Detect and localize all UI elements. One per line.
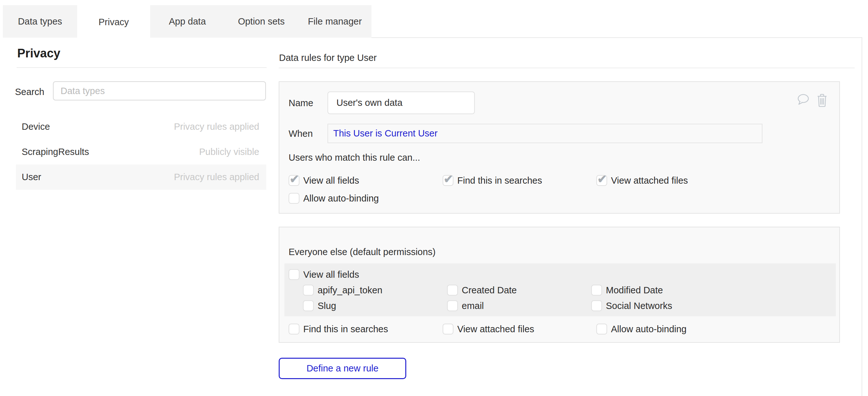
default-allow-auto-binding[interactable]: Allow auto-binding (596, 324, 687, 334)
checkbox-label: Find this in searches (457, 175, 542, 186)
perm-view-attached-files[interactable]: View attached files (596, 175, 688, 186)
checkbox[interactable] (443, 175, 454, 186)
tab-option-sets[interactable]: Option sets (224, 5, 298, 38)
checkbox-label: Allow auto-binding (611, 324, 687, 334)
rule-card-actions (797, 94, 827, 109)
tab-privacy[interactable]: Privacy (77, 5, 150, 39)
search-input[interactable] (53, 81, 266, 100)
field-slug[interactable]: Slug (303, 300, 336, 311)
list-item-device[interactable]: Device Privacy rules applied (16, 114, 266, 139)
perm-allow-auto-binding[interactable]: Allow auto-binding (288, 193, 379, 204)
checkbox-label: View attached files (457, 324, 534, 334)
checkbox-label: Slug (318, 300, 336, 311)
checkbox-label: Modified Date (606, 285, 663, 296)
checkbox-label: View attached files (611, 175, 688, 186)
when-condition-text: This User is Current User (333, 128, 437, 139)
data-type-list: Device Privacy rules applied ScrapingRes… (16, 114, 266, 190)
checkbox-label: View all fields (303, 269, 359, 280)
default-view-attached-files[interactable]: View attached files (443, 324, 534, 334)
checkbox[interactable] (591, 285, 602, 296)
trash-icon[interactable] (817, 94, 827, 109)
content-top-border (372, 37, 862, 38)
checkbox-label: apify_api_token (318, 285, 382, 296)
field-email[interactable]: email (447, 300, 484, 311)
checkbox-label: View all fields (303, 175, 359, 186)
field-created-date[interactable]: Created Date (447, 285, 517, 296)
search-label: Search (15, 86, 44, 97)
data-type-name: ScrapingResults (22, 147, 89, 157)
perm-view-all-fields[interactable]: View all fields (288, 175, 359, 186)
checkbox[interactable] (303, 285, 314, 296)
checkbox[interactable] (288, 324, 300, 334)
privacy-status: Privacy rules applied (174, 121, 259, 132)
data-type-name: Device (22, 121, 50, 132)
checkbox-label: email (462, 300, 484, 311)
data-rules-title: Data rules for type User (279, 53, 377, 63)
checkbox-label: Social Networks (606, 300, 672, 311)
default-find-in-searches[interactable]: Find this in searches (288, 324, 388, 334)
checkbox[interactable] (443, 324, 454, 334)
checkbox[interactable] (591, 300, 602, 311)
name-label: Name (288, 98, 313, 109)
checkbox[interactable] (303, 300, 314, 311)
checkbox-label: Created Date (462, 285, 517, 296)
comment-icon[interactable] (797, 94, 810, 108)
field-apify-api-token[interactable]: apify_api_token (303, 285, 382, 296)
divider (279, 68, 855, 68)
field-modified-date[interactable]: Modified Date (591, 285, 663, 296)
checkbox[interactable] (596, 324, 607, 334)
checkbox[interactable] (288, 269, 300, 280)
default-permissions-title: Everyone else (default permissions) (288, 247, 436, 257)
tab-file-manager[interactable]: File manager (298, 5, 372, 38)
rule-name-input[interactable] (328, 92, 475, 114)
checkbox[interactable] (288, 193, 300, 204)
checkbox-label: Allow auto-binding (303, 193, 379, 204)
define-new-rule-button[interactable]: Define a new rule (279, 358, 406, 379)
list-item-scrapingresults[interactable]: ScrapingResults Publicly visible (16, 139, 266, 164)
data-type-name: User (22, 172, 41, 182)
checkbox[interactable] (288, 175, 300, 186)
field-social-networks[interactable]: Social Networks (591, 300, 672, 311)
content-right-border (862, 37, 862, 396)
divider (17, 67, 267, 68)
when-condition-box[interactable]: This User is Current User (328, 124, 763, 143)
match-rule-text: Users who match this rule can... (288, 152, 420, 163)
default-view-all-fields[interactable]: View all fields (288, 269, 359, 280)
checkbox[interactable] (447, 285, 458, 296)
checkbox-label: Find this in searches (303, 324, 388, 334)
checkbox[interactable] (447, 300, 458, 311)
perm-find-in-searches[interactable]: Find this in searches (443, 175, 542, 186)
page-title: Privacy (17, 47, 60, 60)
privacy-status: Publicly visible (199, 147, 259, 157)
when-label: When (288, 128, 313, 139)
tab-app-data[interactable]: App data (150, 5, 224, 38)
tab-bar: Data types Privacy App data Option sets … (3, 5, 372, 38)
privacy-status: Privacy rules applied (174, 172, 259, 182)
privacy-settings-page: Data types Privacy App data Option sets … (0, 0, 868, 396)
tab-data-types[interactable]: Data types (3, 5, 77, 38)
checkbox[interactable] (596, 175, 607, 186)
list-item-user[interactable]: User Privacy rules applied (16, 164, 266, 190)
